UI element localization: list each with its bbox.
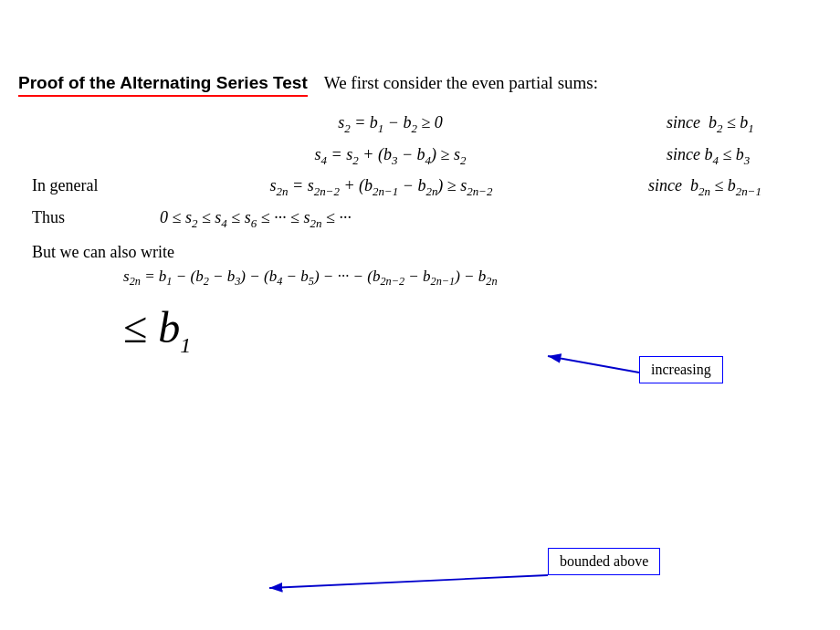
eq3-main: s2n = s2n−2 + (b2n−1 − b2n) ≥ s2n−2 [142,176,621,199]
equation-row-3: In general s2n = s2n−2 + (b2n−1 − b2n) ≥… [32,176,822,199]
eq1-since: since b2 ≤ b1 [639,113,822,136]
proof-title: Proof of the Alternating Series Test [18,73,308,97]
eq2-main: s4 = s2 + (b3 − b4) ≥ s2 [142,145,639,168]
thus-chain: 0 ≤ s2 ≤ s4 ≤ s6 ≤ ··· ≤ s2n ≤ ··· [160,208,352,231]
long-equation: s2n = b1 − (b2 − b3) − (b4 − b5) − ··· −… [123,268,822,289]
bounded-above-arrow [269,575,548,588]
increasing-arrow [548,356,639,373]
title-desc: We first consider the even partial sums: [324,73,598,93]
thus-row: Thus 0 ≤ s2 ≤ s4 ≤ s6 ≤ ··· ≤ s2n ≤ ··· [32,208,822,231]
content-section: s2 = b1 − b2 ≥ 0 since b2 ≤ b1 s4 = s2 +… [32,113,822,357]
bounded-above-box: bounded above [548,548,660,575]
equation-row-1: s2 = b1 − b2 ≥ 0 since b2 ≤ b1 [32,113,822,136]
increasing-box: increasing [639,356,723,383]
eq1-main: s2 = b1 − b2 ≥ 0 [142,113,639,136]
leq-b1-display: ≤ b1 [32,299,822,358]
in-general-label: In general [32,176,142,195]
leq-b1-text: ≤ b1 [123,302,191,358]
equation-row-2: s4 = s2 + (b3 − b4) ≥ s2 since b4 ≤ b3 [32,145,822,168]
also-write: But we can also write [32,243,822,262]
page: Proof of the Alternating Series Test We … [0,0,840,630]
title-line: Proof of the Alternating Series Test We … [18,73,822,97]
eq2-since: since b4 ≤ b3 [639,145,822,168]
eq3-since: since b2n ≤ b2n−1 [621,176,822,199]
thus-label: Thus [32,208,105,227]
